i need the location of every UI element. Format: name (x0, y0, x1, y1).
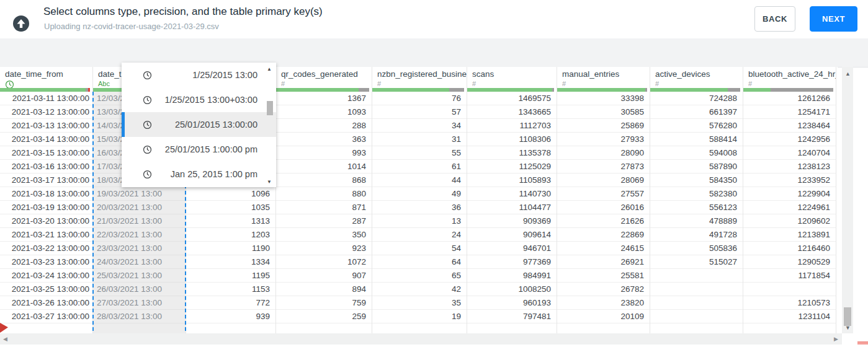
vertical-scrollbar[interactable]: ▲ ▼ (842, 67, 853, 333)
table-cell[interactable]: 2021-03-27 13:00:00 (0, 310, 92, 323)
table-cell[interactable] (650, 283, 743, 296)
table-cell[interactable]: 288 (276, 119, 372, 133)
table-cell[interactable]: 1238123 (743, 160, 836, 174)
table-cell[interactable]: 259 (276, 310, 372, 323)
date-format-option[interactable]: 25/01/2015 13:00:00 (122, 112, 276, 137)
column-header[interactable]: nzbn_registered_busine# (372, 67, 467, 88)
table-cell[interactable]: 2021-03-15 13:00:00 (0, 146, 92, 160)
table-cell[interactable]: 54 (372, 242, 467, 255)
table-cell[interactable]: 28/03/2021 13:00 (93, 310, 186, 323)
column-header[interactable]: bluetooth_active_24_hr_# (743, 67, 836, 88)
table-cell[interactable]: 880 (276, 187, 372, 201)
table-cell[interactable] (650, 310, 743, 323)
table-cell[interactable]: 724288 (650, 92, 743, 105)
table-cell[interactable]: 993 (276, 146, 372, 160)
table-cell[interactable]: 894 (276, 283, 372, 296)
table-cell[interactable] (650, 296, 743, 310)
table-cell[interactable]: 1313 (186, 214, 275, 228)
table-cell[interactable]: 20109 (557, 310, 650, 323)
table-cell[interactable]: 26016 (557, 201, 650, 214)
table-cell[interactable]: 363 (276, 133, 372, 146)
table-cell[interactable]: 1209602 (743, 214, 836, 228)
table-cell[interactable]: 350 (276, 228, 372, 242)
table-cell[interactable]: 491728 (650, 228, 743, 242)
table-cell[interactable]: 772 (186, 296, 275, 310)
table-cell[interactable] (0, 323, 92, 333)
table-cell[interactable]: 1290529 (743, 255, 836, 269)
table-cell[interactable]: 65 (372, 269, 467, 283)
table-cell[interactable]: 57 (372, 105, 467, 119)
table-cell[interactable]: 35 (372, 296, 467, 310)
table-cell[interactable]: 33398 (557, 92, 650, 105)
dropdown-scroll-thumb[interactable] (267, 101, 273, 115)
table-cell[interactable]: 1190 (186, 242, 275, 255)
table-cell[interactable]: 13 (372, 214, 467, 228)
table-cell[interactable]: 939 (186, 310, 275, 323)
table-cell[interactable]: 759 (276, 296, 372, 310)
table-cell[interactable]: 1140730 (467, 187, 557, 201)
table-cell[interactable]: 2021-03-25 13:00:00 (0, 283, 92, 296)
table-cell[interactable]: 1008250 (467, 283, 557, 296)
date-format-option[interactable]: 1/25/2015 13:00 (122, 63, 276, 87)
table-cell[interactable]: 907 (276, 269, 372, 283)
scroll-up-icon[interactable]: ▲ (845, 71, 851, 77)
table-cell[interactable] (557, 323, 650, 333)
scroll-up-icon[interactable]: ▲ (267, 66, 272, 72)
table-cell[interactable] (276, 323, 372, 333)
table-cell[interactable]: 55 (372, 146, 467, 160)
table-cell[interactable] (650, 269, 743, 283)
date-format-option[interactable]: 25/01/2015 1:00:00 pm (122, 137, 276, 162)
table-cell[interactable]: 27557 (557, 187, 650, 201)
table-cell[interactable]: 909369 (467, 214, 557, 228)
table-cell[interactable]: 31 (372, 133, 467, 146)
table-cell[interactable]: 24 (372, 228, 467, 242)
table-cell[interactable]: 287 (276, 214, 372, 228)
table-cell[interactable]: 2021-03-22 13:00:00 (0, 242, 92, 255)
table-cell[interactable]: 582380 (650, 187, 743, 201)
table-cell[interactable]: 1261266 (743, 92, 836, 105)
table-cell[interactable]: 28090 (557, 146, 650, 160)
table-cell[interactable]: 26921 (557, 255, 650, 269)
horizontal-scrollbar[interactable]: ◀ ▶ (0, 333, 842, 345)
table-cell[interactable]: 24/03/2021 13:00 (93, 255, 186, 269)
table-cell[interactable]: 36 (372, 201, 467, 214)
table-cell[interactable]: 25581 (557, 269, 650, 283)
table-cell[interactable]: 2021-03-18 13:00:00 (0, 187, 92, 201)
table-cell[interactable]: 1229904 (743, 187, 836, 201)
table-cell[interactable]: 923 (276, 242, 372, 255)
table-cell[interactable]: 22869 (557, 228, 650, 242)
table-cell[interactable]: 946701 (467, 242, 557, 255)
table-cell[interactable]: 1104477 (467, 201, 557, 214)
table-cell[interactable]: 27873 (557, 160, 650, 174)
table-cell[interactable]: 1108306 (467, 133, 557, 146)
table-cell[interactable]: 909614 (467, 228, 557, 242)
table-cell[interactable] (650, 323, 743, 333)
table-cell[interactable]: 2021-03-17 13:00:00 (0, 174, 92, 187)
table-cell[interactable] (743, 323, 836, 333)
back-button[interactable]: BACK (754, 6, 795, 32)
table-cell[interactable]: 42 (372, 283, 467, 296)
table-cell[interactable]: 27933 (557, 133, 650, 146)
table-cell[interactable]: 1213891 (743, 228, 836, 242)
table-cell[interactable]: 23/03/2021 13:00 (93, 242, 186, 255)
table-cell[interactable]: 22/03/2021 13:00 (93, 228, 186, 242)
table-cell[interactable]: 1224961 (743, 201, 836, 214)
column-header[interactable]: date_time_from (0, 67, 92, 88)
table-cell[interactable]: 25869 (557, 119, 650, 133)
table-cell[interactable]: 1096 (186, 187, 275, 201)
table-cell[interactable]: 27/03/2021 13:00 (93, 296, 186, 310)
table-cell[interactable] (186, 323, 275, 333)
table-cell[interactable]: 21626 (557, 214, 650, 228)
table-cell[interactable]: 2021-03-20 13:00:00 (0, 214, 92, 228)
table-cell[interactable]: 1203 (186, 228, 275, 242)
table-cell[interactable]: 2021-03-14 13:00:00 (0, 133, 92, 146)
table-cell[interactable]: 19/03/2021 13:00 (93, 187, 186, 201)
table-cell[interactable]: 587890 (650, 160, 743, 174)
table-cell[interactable]: 797481 (467, 310, 557, 323)
table-cell[interactable]: 2021-03-11 13:00:00 (0, 92, 92, 105)
table-cell[interactable] (467, 323, 557, 333)
table-cell[interactable]: 2021-03-13 13:00:00 (0, 119, 92, 133)
table-cell[interactable]: 1014 (276, 160, 372, 174)
table-cell[interactable]: 984991 (467, 269, 557, 283)
dropdown-scrollbar[interactable]: ▲▼ (265, 63, 275, 187)
